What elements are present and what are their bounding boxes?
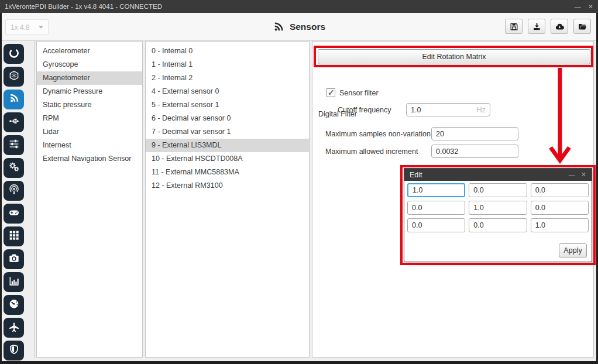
matrix-cell-r0c0[interactable] (407, 183, 465, 197)
sidebar-item-sliders[interactable] (4, 135, 24, 155)
dialog-minimize-icon[interactable]: — (569, 171, 575, 178)
matrix-cell-r2c0[interactable] (407, 218, 465, 232)
download-icon (532, 22, 542, 32)
sensor-item[interactable]: 7 - Decimal var sensor 1 (146, 125, 309, 139)
sensor-item[interactable]: 5 - External sensor 1 (146, 98, 309, 112)
sidebar (4, 44, 30, 360)
edit-dialog: Edit — ✕ Apply (404, 168, 592, 262)
page-title-text: Sensors (290, 22, 325, 32)
sidebar-item-shield[interactable] (4, 341, 24, 360)
sensor-item[interactable]: 9 - External LIS3MDL (146, 139, 309, 152)
download-button[interactable] (528, 19, 545, 34)
cloud-download-icon (555, 22, 565, 32)
edit-dialog-title: Edit (410, 171, 422, 179)
header: 1x 4.8 Sensors (2, 13, 596, 41)
sensor-type-item[interactable]: External Navigation Sensor (37, 152, 142, 166)
cutoff-frequency-field: Hz (406, 103, 490, 116)
dial-icon (8, 47, 20, 61)
sensor-item[interactable]: 0 - Internal 0 (146, 44, 309, 58)
sensor-type-list: AccelerometerGyroscopeMagnetometerDynami… (36, 41, 143, 358)
sensor-item[interactable]: 10 - External HSCDTD008A (146, 152, 309, 166)
app-window: 1xVerontePDI Builder - 1x v4.8 4041 - CO… (0, 0, 598, 364)
sensor-type-item[interactable]: Static pressure (37, 98, 142, 112)
sidebar-item-camera[interactable] (4, 249, 24, 269)
airplane-icon (8, 321, 20, 335)
cutoff-frequency-label: Cutoff frequency (338, 106, 391, 114)
rotation-matrix-grid (404, 181, 592, 235)
shield-icon (8, 344, 20, 358)
open-folder-button[interactable] (573, 19, 591, 34)
minimize-icon[interactable]: — (575, 3, 581, 11)
max-samples-label: Maximum samples non-variation (325, 130, 431, 138)
max-increment-input[interactable] (436, 147, 514, 156)
sensors-icon (8, 92, 20, 107)
sensor-list: 0 - Internal 01 - Internal 12 - Internal… (145, 41, 310, 358)
sensor-type-item[interactable]: Internest (37, 139, 142, 152)
matrix-cell-r1c2[interactable] (531, 201, 589, 215)
save-icon (509, 22, 519, 32)
title-bar: 1xVerontePDI Builder - 1x v4.8 4041 - CO… (0, 0, 598, 13)
sensor-item[interactable]: 1 - Internal 1 (146, 58, 309, 71)
sensor-item[interactable]: 2 - Internal 2 (146, 71, 309, 85)
sidebar-item-bar-chart[interactable] (4, 272, 24, 292)
sensor-type-item[interactable]: Gyroscope (37, 58, 142, 71)
cutoff-frequency-unit: Hz (477, 106, 486, 114)
sensor-item[interactable]: 6 - Decimal var sensor 0 (146, 112, 309, 125)
max-samples-field (431, 127, 518, 140)
toolbar (505, 19, 591, 34)
matrix-cell-r0c2[interactable] (531, 183, 589, 197)
broadcast-icon (8, 184, 20, 198)
matrix-cell-r2c1[interactable] (469, 218, 527, 232)
max-increment-field (431, 145, 518, 158)
matrix-cell-r2c2[interactable] (531, 218, 589, 232)
sidebar-item-gauge[interactable] (4, 295, 24, 315)
open-folder-icon (578, 22, 587, 32)
sliders-icon (8, 138, 20, 152)
max-increment-label: Maximum allowed increment (325, 147, 418, 156)
rss-icon (273, 21, 284, 33)
matrix-cell-r1c0[interactable] (407, 201, 465, 215)
sidebar-separator (34, 41, 35, 358)
gamepad-icon (8, 207, 20, 221)
matrix-cell-r1c1[interactable] (469, 201, 527, 215)
edit-dialog-title-bar: Edit — ✕ (404, 169, 592, 181)
sensor-type-item[interactable]: Lidar (37, 125, 142, 139)
sensor-item[interactable]: 4 - External sensor 0 (146, 85, 309, 98)
dialog-close-icon[interactable]: ✕ (581, 171, 586, 178)
grid-icon (8, 229, 20, 243)
sidebar-item-grid[interactable] (4, 226, 24, 246)
window-border-bottom (0, 361, 598, 364)
sensor-type-item[interactable]: RPM (37, 112, 142, 125)
sensor-type-item[interactable]: Accelerometer (37, 44, 142, 58)
sensor-filter-checkbox[interactable] (327, 88, 335, 97)
sidebar-item-hexagon-mesh[interactable] (4, 67, 24, 87)
sidebar-item-usb[interactable] (4, 112, 24, 132)
bar-chart-icon (8, 275, 20, 289)
sensor-item[interactable]: 11 - External MMC5883MA (146, 166, 309, 179)
sensor-type-item[interactable]: Dynamic Pressure (37, 85, 142, 98)
apply-button[interactable]: Apply (559, 243, 587, 257)
hexagon-mesh-icon (8, 70, 20, 84)
usb-icon (8, 115, 20, 129)
gauge-icon (8, 298, 20, 312)
save-button[interactable] (505, 19, 523, 34)
window-title: 1xVerontePDI Builder - 1x v4.8 4041 - CO… (5, 3, 162, 10)
sidebar-item-broadcast[interactable] (4, 181, 24, 201)
sidebar-item-sensors[interactable] (4, 90, 24, 109)
sidebar-item-airplane[interactable] (4, 318, 24, 338)
edit-rotation-matrix-button[interactable]: Edit Rotation Matrix (318, 49, 590, 64)
close-icon[interactable]: ✕ (588, 3, 593, 11)
sensor-item[interactable]: 12 - External RM3100 (146, 179, 309, 193)
gears-icon (8, 161, 20, 175)
camera-icon (8, 252, 20, 266)
max-samples-input[interactable] (436, 130, 514, 138)
sidebar-item-gears[interactable] (4, 158, 24, 178)
sidebar-item-gamepad[interactable] (4, 204, 24, 224)
sensor-type-item[interactable]: Magnetometer (37, 71, 142, 85)
sensor-filter-label: Sensor filter (339, 89, 379, 97)
cloud-download-button[interactable] (551, 19, 568, 34)
cutoff-frequency-input[interactable] (411, 106, 477, 114)
sidebar-item-dial[interactable] (4, 44, 24, 64)
window-border-left (0, 13, 2, 364)
matrix-cell-r0c1[interactable] (469, 183, 527, 197)
